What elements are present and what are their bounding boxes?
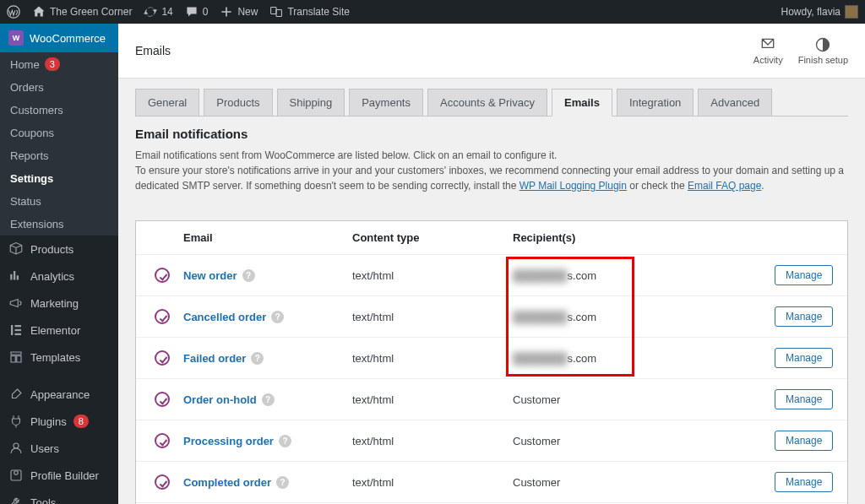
status-enabled-icon	[155, 268, 170, 283]
recipients-cell: Customer	[513, 476, 775, 489]
sidebar-sub-orders[interactable]: Orders	[0, 76, 118, 99]
sidebar-sub-extensions[interactable]: Extensions	[0, 213, 118, 236]
help-icon[interactable]: ?	[276, 476, 289, 489]
status-enabled-icon	[155, 350, 170, 366]
sidebar-sub-home[interactable]: Home3	[0, 52, 118, 76]
content-type: text/html	[352, 393, 513, 406]
tab-payments[interactable]: Payments	[349, 89, 423, 116]
settings-tabs: GeneralProductsShippingPaymentsAccounts …	[118, 79, 865, 116]
email-faq-link[interactable]: Email FAQ page	[688, 180, 761, 192]
help-icon[interactable]: ?	[242, 269, 255, 282]
sidebar-item-profile-builder[interactable]: Profile Builder	[0, 462, 118, 489]
status-enabled-icon	[155, 433, 170, 448]
section-desc-2: To ensure your store's notifications arr…	[135, 163, 848, 193]
site-link[interactable]: The Green Corner	[32, 5, 132, 19]
col-email: Email	[183, 231, 352, 244]
email-name-link[interactable]: Processing order?	[183, 435, 352, 447]
sidebar-item-templates[interactable]: Templates	[0, 344, 118, 371]
email-name-link[interactable]: Order on-hold?	[183, 393, 352, 406]
help-icon[interactable]: ?	[251, 352, 264, 365]
sidebar-sub-settings[interactable]: Settings	[0, 167, 118, 190]
page-header: Emails Activity Finish setup	[118, 24, 865, 79]
sidebar-item-elementor[interactable]: Elementor	[0, 317, 118, 344]
translate-label: Translate Site	[287, 6, 350, 18]
sidebar-item-products[interactable]: Products	[0, 236, 118, 263]
manage-button[interactable]: Manage	[775, 265, 833, 285]
recipients-cell: ███████s.com	[513, 269, 775, 282]
table-row: Failed order?text/html███████s.comManage	[136, 337, 847, 378]
recipients-cell: ███████s.com	[513, 311, 775, 323]
wp-mail-logging-link[interactable]: WP Mail Logging Plugin	[520, 180, 627, 192]
tab-products[interactable]: Products	[204, 89, 272, 116]
plug-icon	[8, 414, 24, 429]
sidebar-sub-reports[interactable]: Reports	[0, 144, 118, 167]
content-type: text/html	[352, 311, 513, 323]
sidebar-item-appearance[interactable]: Appearance	[0, 381, 118, 408]
admin-toolbar: The Green Corner 14 0 New Translate Site…	[0, 0, 865, 24]
tab-advanced[interactable]: Advanced	[698, 89, 772, 116]
svg-rect-2	[276, 10, 281, 17]
email-name-link[interactable]: New order?	[183, 269, 352, 282]
status-enabled-icon	[155, 392, 170, 407]
manage-button[interactable]: Manage	[775, 389, 833, 409]
status-enabled-icon	[155, 309, 170, 324]
comments-link[interactable]: 0	[185, 5, 209, 19]
sidebar-highlight-label: WooCommerce	[30, 32, 106, 45]
recipients-cell: ███████s.com	[513, 352, 775, 365]
sidebar-item-analytics[interactable]: Analytics	[0, 263, 118, 290]
table-row: Processing order?text/htmlCustomerManage	[136, 420, 847, 461]
avatar	[845, 5, 858, 19]
sidebar-item-tools[interactable]: Tools	[0, 489, 118, 504]
tab-integration[interactable]: Integration	[617, 89, 694, 116]
section-heading: Email notifications	[135, 127, 848, 141]
svg-point-7	[14, 443, 19, 448]
wp-logo[interactable]	[7, 5, 20, 19]
sidebar-item-users[interactable]: Users	[0, 435, 118, 462]
brush-icon	[8, 387, 24, 402]
status-enabled-icon	[155, 474, 170, 490]
howdy-link[interactable]: Howdy, flavia	[781, 5, 858, 19]
sidebar-item-marketing[interactable]: Marketing	[0, 290, 118, 317]
svg-rect-9	[11, 470, 21, 480]
finish-setup-label: Finish setup	[798, 55, 848, 65]
table-row: New order?text/html███████s.comManage	[136, 254, 847, 295]
recipients-cell: Customer	[513, 393, 775, 406]
translate-link[interactable]: Translate Site	[269, 5, 350, 19]
email-name-link[interactable]: Failed order?	[183, 352, 352, 365]
finish-setup-button[interactable]: Finish setup	[798, 36, 848, 65]
chart-icon	[8, 268, 24, 284]
email-name-link[interactable]: Completed order?	[183, 476, 352, 489]
recipients-cell: Customer	[513, 435, 775, 447]
sidebar-sub-status[interactable]: Status	[0, 190, 118, 213]
svg-rect-4	[15, 325, 22, 327]
updates-link[interactable]: 14	[144, 5, 172, 19]
content-type: text/html	[352, 352, 513, 365]
help-icon[interactable]: ?	[271, 311, 284, 323]
manage-button[interactable]: Manage	[775, 431, 833, 451]
manage-button[interactable]: Manage	[775, 348, 833, 368]
users-icon	[8, 441, 24, 456]
sidebar-item-plugins[interactable]: Plugins8	[0, 408, 118, 435]
howdy-text: Howdy, flavia	[781, 6, 841, 18]
site-name: The Green Corner	[50, 6, 132, 18]
manage-button[interactable]: Manage	[775, 472, 833, 492]
manage-button[interactable]: Manage	[775, 306, 833, 327]
sidebar-sub-coupons[interactable]: Coupons	[0, 122, 118, 144]
table-row: Cancelled order?text/html███████s.comMan…	[136, 295, 847, 337]
sidebar-sub-customers[interactable]: Customers	[0, 99, 118, 122]
tab-shipping[interactable]: Shipping	[277, 89, 345, 116]
sidebar-highlight-woocommerce[interactable]: W WooCommerce	[0, 24, 118, 52]
svg-rect-5	[15, 329, 22, 331]
emails-table: Email Content type Recipient(s) New orde…	[135, 220, 848, 504]
section-desc-1: Email notifications sent from WooCommerc…	[135, 148, 848, 163]
svg-rect-1	[271, 7, 276, 14]
activity-button[interactable]: Activity	[753, 36, 783, 65]
email-name-link[interactable]: Cancelled order?	[183, 311, 352, 323]
help-icon[interactable]: ?	[262, 393, 275, 406]
tab-emails[interactable]: Emails	[552, 89, 612, 117]
new-link[interactable]: New	[220, 5, 258, 19]
tab-accounts-privacy[interactable]: Accounts & Privacy	[427, 89, 547, 116]
updates-count: 14	[161, 6, 172, 18]
tab-general[interactable]: General	[135, 89, 199, 116]
help-icon[interactable]: ?	[279, 435, 291, 447]
